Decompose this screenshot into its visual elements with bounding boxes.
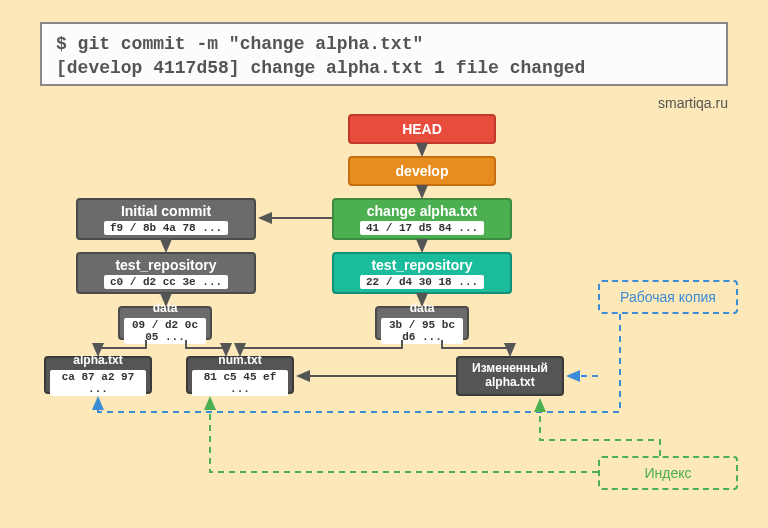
label-index: Индекс — [598, 456, 738, 490]
node-test-repo-left-title: test_repository — [115, 257, 216, 273]
node-data-right-title: data — [410, 302, 435, 316]
node-changed-alpha: Измененный alpha.txt — [456, 356, 564, 396]
node-data-left: data 09 / d2 0c 05 ... — [118, 306, 212, 340]
node-changed-alpha-title2: alpha.txt — [485, 376, 534, 390]
node-test-repo-right-hash: 22 / d4 30 18 ... — [360, 275, 484, 289]
terminal-box: $ git commit -m "change alpha.txt" [deve… — [40, 22, 728, 86]
node-test-repo-right: test_repository 22 / d4 30 18 ... — [332, 252, 512, 294]
node-alpha-txt-hash: ca 87 a2 97 ... — [50, 370, 146, 396]
node-num-txt-title: num.txt — [218, 354, 261, 368]
node-data-left-title: data — [153, 302, 178, 316]
node-initial-commit: Initial commit f9 / 8b 4a 78 ... — [76, 198, 256, 240]
label-working-copy-text: Рабочая копия — [620, 289, 716, 305]
label-working-copy: Рабочая копия — [598, 280, 738, 314]
node-data-right-hash: 3b / 95 bc d6 ... — [381, 318, 463, 344]
node-develop-title: develop — [396, 163, 449, 179]
node-change-alpha-title: change alpha.txt — [367, 203, 477, 219]
node-changed-alpha-title1: Измененный — [472, 362, 548, 376]
terminal-line-2: [develop 4117d58] change alpha.txt 1 fil… — [56, 56, 712, 80]
watermark: smartiqa.ru — [658, 95, 728, 111]
node-test-repo-left-hash: c0 / d2 cc 3e ... — [104, 275, 228, 289]
node-head: HEAD — [348, 114, 496, 144]
node-alpha-txt-title: alpha.txt — [73, 354, 122, 368]
node-alpha-txt: alpha.txt ca 87 a2 97 ... — [44, 356, 152, 394]
node-test-repo-right-title: test_repository — [371, 257, 472, 273]
label-index-text: Индекс — [644, 465, 691, 481]
terminal-line-1: $ git commit -m "change alpha.txt" — [56, 32, 712, 56]
node-head-title: HEAD — [402, 121, 442, 137]
node-data-left-hash: 09 / d2 0c 05 ... — [124, 318, 206, 344]
node-develop: develop — [348, 156, 496, 186]
node-num-txt-hash: 81 c5 45 ef ... — [192, 370, 288, 396]
node-initial-commit-title: Initial commit — [121, 203, 211, 219]
node-test-repo-left: test_repository c0 / d2 cc 3e ... — [76, 252, 256, 294]
node-num-txt: num.txt 81 c5 45 ef ... — [186, 356, 294, 394]
node-change-alpha: change alpha.txt 41 / 17 d5 84 ... — [332, 198, 512, 240]
node-change-alpha-hash: 41 / 17 d5 84 ... — [360, 221, 484, 235]
node-data-right: data 3b / 95 bc d6 ... — [375, 306, 469, 340]
node-initial-commit-hash: f9 / 8b 4a 78 ... — [104, 221, 228, 235]
